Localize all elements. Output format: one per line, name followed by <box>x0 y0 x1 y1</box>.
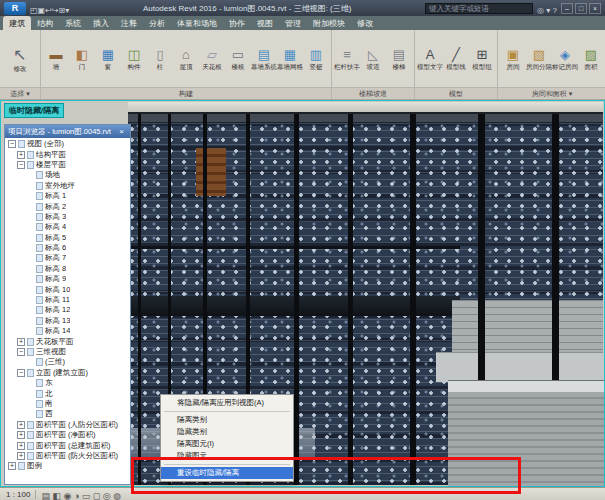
tool-幕墙系统[interactable]: ▤幕墙系统 <box>251 48 277 70</box>
menu-item[interactable]: 重设临时隐藏/隔离 <box>161 467 293 479</box>
expand-icon[interactable]: + <box>17 151 25 159</box>
qat-dropdown-icon[interactable]: ▾ <box>65 6 69 15</box>
menu-item[interactable]: 将隐藏/隔离应用到视图(A) <box>161 397 293 409</box>
tree-item[interactable]: −立面 (建筑立面) <box>5 368 130 378</box>
minimize-button[interactable]: – <box>561 3 573 14</box>
tool-门[interactable]: ◧门 <box>69 48 95 70</box>
tool-房间分隔[interactable]: ▧房间分隔 <box>526 48 552 70</box>
show-crop-icon[interactable]: ◻ <box>93 491 103 500</box>
menu-item[interactable]: 隐藏类别 <box>161 426 293 438</box>
tool-模型线[interactable]: ╱模型线 <box>443 48 469 70</box>
ribbon-tab-视图[interactable]: 视图 <box>251 16 279 30</box>
tree-item[interactable]: (三维) <box>5 357 130 367</box>
tool-柱[interactable]: ▯柱 <box>147 48 173 70</box>
ribbon-tab-系统[interactable]: 系统 <box>59 16 87 30</box>
tree-item[interactable]: 标高 3 <box>5 212 130 222</box>
tool-天花板[interactable]: ▱天花板 <box>199 48 225 70</box>
tree-item[interactable]: +面积平面 (防火分区面积) <box>5 451 130 461</box>
tree-item[interactable]: 标高 9 <box>5 274 130 284</box>
tree-item[interactable]: +天花板平面 <box>5 336 130 346</box>
expand-icon[interactable]: + <box>17 442 25 450</box>
tree-item[interactable]: −三维视图 <box>5 347 130 357</box>
ribbon-tab-修改[interactable]: 修改 <box>351 16 379 30</box>
expand-icon[interactable]: + <box>17 431 25 439</box>
panel-label-房间和面积 ▾[interactable]: 房间和面积 ▾ <box>498 87 605 99</box>
tool-竖梃[interactable]: ▥竖梃 <box>303 48 329 70</box>
tool-修改[interactable]: ↖修改 <box>2 46 38 72</box>
panel-label-楼梯坡道[interactable]: 楼梯坡道 <box>332 87 414 99</box>
tree-item[interactable]: 标高 5 <box>5 233 130 243</box>
tree-item[interactable]: 南 <box>5 399 130 409</box>
tool-楼梯[interactable]: ▤楼梯 <box>386 48 412 70</box>
tree-item[interactable]: 标高 8 <box>5 264 130 274</box>
ribbon-tab-注释[interactable]: 注释 <box>115 16 143 30</box>
tree-item[interactable]: −楼层平面 <box>5 160 130 170</box>
tree-item[interactable]: 标高 10 <box>5 284 130 294</box>
tree-item[interactable]: 标高 2 <box>5 201 130 211</box>
tree-item[interactable]: 标高 13 <box>5 316 130 326</box>
tree-item[interactable]: 标高 12 <box>5 305 130 315</box>
tree-item[interactable]: +图例 <box>5 461 130 471</box>
tool-面积[interactable]: ▨面积 <box>578 48 604 70</box>
ribbon-tab-管理[interactable]: 管理 <box>279 16 307 30</box>
sun-path-icon[interactable]: ◉ <box>64 491 74 500</box>
collapse-icon[interactable]: − <box>17 369 25 377</box>
tree-item[interactable]: 场地 <box>5 170 130 180</box>
tool-模型文字[interactable]: A模型文字 <box>417 48 443 70</box>
tree-item[interactable]: 西 <box>5 409 130 419</box>
tool-窗[interactable]: ▦窗 <box>95 48 121 70</box>
ribbon-tab-分析[interactable]: 分析 <box>143 16 171 30</box>
tool-标记房间[interactable]: ◈标记房间 <box>552 48 578 70</box>
panel-label-选择 ▾[interactable]: 选择 ▾ <box>0 87 40 99</box>
maximize-button[interactable]: □ <box>575 3 587 14</box>
collapse-icon[interactable]: − <box>8 140 16 148</box>
tool-墙[interactable]: ▬墙 <box>43 48 69 70</box>
search-go-icon[interactable]: ◎ <box>537 6 546 15</box>
ribbon-tab-建筑[interactable]: 建筑 <box>3 16 31 30</box>
panel-label-构建[interactable]: 构建 <box>41 87 331 99</box>
ribbon-tab-协作[interactable]: 协作 <box>223 16 251 30</box>
tree-item[interactable]: +面积平面 (总建筑面积) <box>5 440 130 450</box>
collapse-icon[interactable]: − <box>17 348 25 356</box>
tree-item[interactable]: 标高 11 <box>5 295 130 305</box>
panel-label-模型[interactable]: 模型 <box>415 87 497 99</box>
search-input[interactable] <box>425 3 533 14</box>
expand-icon[interactable]: + <box>17 421 25 429</box>
tool-坡道[interactable]: ◺坡道 <box>360 48 386 70</box>
tool-房间[interactable]: ▣房间 <box>500 48 526 70</box>
tool-幕墙网格[interactable]: ▦幕墙网格 <box>277 48 303 70</box>
tree-item[interactable]: +面积平面 (净面积) <box>5 430 130 440</box>
tool-构件[interactable]: ◫构件 <box>121 48 147 70</box>
collapse-icon[interactable]: − <box>17 161 25 169</box>
project-browser-title-bar[interactable]: 项目浏览器 - lumion图.0045.rvt × <box>5 125 130 138</box>
undo-icon[interactable]: ↩ <box>45 6 52 15</box>
ribbon-tab-插入[interactable]: 插入 <box>87 16 115 30</box>
visual-style-icon[interactable]: ◧ <box>52 491 63 500</box>
open-icon[interactable]: ◰ <box>30 6 38 15</box>
tree-item[interactable]: 标高 1 <box>5 191 130 201</box>
tree-item[interactable]: 标高 4 <box>5 222 130 232</box>
tool-模型组[interactable]: ⊞模型组 <box>469 48 495 70</box>
help-icon[interactable]: ? <box>553 6 557 15</box>
tool-屋顶[interactable]: ⌂屋顶 <box>173 48 199 70</box>
expand-icon[interactable]: + <box>17 338 25 346</box>
app-menu-button[interactable]: R <box>4 2 26 15</box>
ribbon-tab-结构[interactable]: 结构 <box>31 16 59 30</box>
shadows-icon[interactable]: ◑ <box>74 491 82 500</box>
tree-item[interactable]: 北 <box>5 388 130 398</box>
tree-item[interactable]: +结构平面 <box>5 149 130 159</box>
menu-item[interactable]: 隔离图元(I) <box>161 438 293 450</box>
tool-楼板[interactable]: ▭楼板 <box>225 48 251 70</box>
crop-view-icon[interactable]: ▭ <box>82 491 93 500</box>
expand-icon[interactable]: + <box>17 452 25 460</box>
save-icon[interactable]: ▣ <box>38 6 46 15</box>
tree-item[interactable]: 标高 14 <box>5 326 130 336</box>
reveal-hidden-icon[interactable]: ◍ <box>113 491 121 500</box>
tree-item[interactable]: 标高 7 <box>5 253 130 263</box>
scale-button[interactable]: 1 : 100 <box>6 490 30 499</box>
ribbon-tab-体量和场地[interactable]: 体量和场地 <box>171 16 223 30</box>
tree-item[interactable]: 东 <box>5 378 130 388</box>
tree-item[interactable]: −视图 (全部) <box>5 139 130 149</box>
tool-栏杆扶手[interactable]: ≡栏杆扶手 <box>334 48 360 70</box>
close-icon[interactable]: × <box>116 127 127 136</box>
